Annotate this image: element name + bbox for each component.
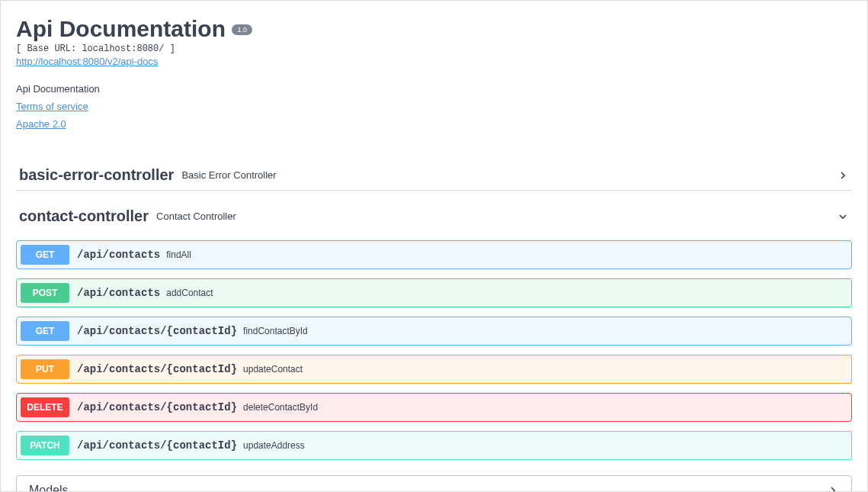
endpoint-row[interactable]: GET/api/contacts/{contactId}findContactB… <box>16 317 852 346</box>
api-docs-link[interactable]: http://localhost:8080/v2/api-docs <box>16 56 158 67</box>
http-method-badge: DELETE <box>21 397 69 417</box>
endpoint-row[interactable]: DELETE/api/contacts/{contactId}deleteCon… <box>16 393 852 422</box>
endpoint-operation: updateAddress <box>243 440 305 451</box>
license-link[interactable]: Apache 2.0 <box>16 118 852 130</box>
endpoint-path: /api/contacts/{contactId} <box>77 325 237 337</box>
endpoint-path: /api/contacts/{contactId} <box>77 401 237 413</box>
chevron-right-icon <box>837 169 849 182</box>
controller-desc: Basic Error Controller <box>181 169 837 181</box>
endpoint-operation: addContact <box>166 288 213 298</box>
endpoint-row[interactable]: PUT/api/contacts/{contactId}updateContac… <box>16 355 852 384</box>
version-badge: 1.0 <box>232 24 252 35</box>
controller-name: basic-error-controller <box>19 166 174 184</box>
controller-name: contact-controller <box>19 207 149 225</box>
endpoint-operation: findAll <box>166 249 191 260</box>
endpoint-path: /api/contacts <box>77 287 160 299</box>
http-method-badge: PUT <box>21 359 69 379</box>
chevron-down-icon <box>837 211 849 223</box>
controller-desc: Contact Controller <box>156 211 837 222</box>
models-section[interactable]: Models <box>16 475 852 492</box>
api-description: Api Documentation <box>16 83 852 95</box>
endpoint-row[interactable]: PATCH/api/contacts/{contactId}updateAddr… <box>16 431 852 460</box>
api-header: Api Documentation 1.0 [ Base URL: localh… <box>16 16 852 130</box>
page-title: Api Documentation <box>16 16 226 42</box>
http-method-badge: GET <box>21 245 69 265</box>
http-method-badge: GET <box>21 321 69 341</box>
endpoint-operation: findContactById <box>243 326 308 336</box>
http-method-badge: PATCH <box>21 436 69 455</box>
endpoint-path: /api/contacts <box>77 249 160 261</box>
chevron-right-icon <box>827 484 839 492</box>
base-url: [ Base URL: localhost:8080/ ] <box>16 43 852 54</box>
controller-basic-error[interactable]: basic-error-controller Basic Error Contr… <box>16 160 852 191</box>
endpoint-path: /api/contacts/{contactId} <box>77 363 237 375</box>
http-method-badge: POST <box>21 283 69 303</box>
endpoint-row[interactable]: GET/api/contactsfindAll <box>16 240 852 269</box>
terms-link[interactable]: Terms of service <box>16 101 852 112</box>
endpoint-row[interactable]: POST/api/contactsaddContact <box>16 278 852 307</box>
models-title: Models <box>29 484 827 492</box>
controller-contact[interactable]: contact-controller Contact Controller <box>16 201 852 231</box>
endpoint-path: /api/contacts/{contactId} <box>77 439 237 452</box>
endpoint-operation: updateContact <box>243 364 303 375</box>
endpoint-operation: deleteContactById <box>243 402 318 413</box>
